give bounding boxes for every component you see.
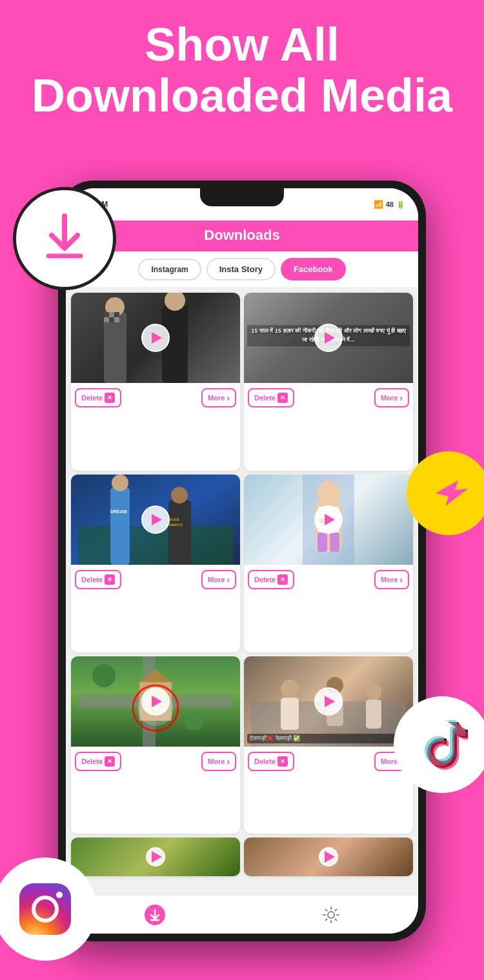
media-item-3: DREAM QATAR AIRWAYS Delete ✕ [71,475,240,652]
media-actions-5: Delete ✕ More › [71,747,240,776]
header-line1: Show All [13,19,471,70]
more-button-4[interactable]: More › [374,570,409,589]
media-item-4: 🐻 Delete ✕ More › [244,475,413,652]
media-thumb-8[interactable] [244,838,413,876]
more-button-5[interactable]: More › [201,752,236,771]
media-thumb-2[interactable]: 15 साल में 15 हज़ार की नौकरी नहीं मिल रह… [244,293,413,383]
settings-icon [322,906,340,924]
more-label-3: More [208,576,225,583]
delete-button-2[interactable]: Delete ✕ [248,388,294,407]
nav-home[interactable] [145,905,165,925]
media-item-7 [71,838,240,876]
media-actions-4: Delete ✕ More › [244,565,413,594]
tiktok-circle-decoration [394,696,484,793]
delete-label-1: Delete [81,394,103,402]
media-actions-3: Delete ✕ More › [71,565,240,594]
svg-rect-7 [104,312,109,317]
play-button-1[interactable] [141,324,170,352]
delete-icon-2: ✕ [277,393,288,403]
more-label-4: More [381,576,398,583]
share-circle-decoration [407,451,484,535]
delete-label-6: Delete [254,758,276,765]
delete-icon-4: ✕ [277,574,288,585]
media-thumb-7[interactable] [71,838,240,876]
play-button-8[interactable] [319,847,338,867]
phone-frame: 7:55 PM 📶 48 🔋 Downloads Instagram Insta… [58,181,426,941]
delete-button-5[interactable]: Delete ✕ [75,752,121,771]
delete-label-4: Delete [254,576,276,583]
media-thumb-5[interactable] [71,656,240,747]
nav-settings[interactable] [322,906,340,924]
delete-icon-5: ✕ [105,756,115,767]
delete-icon-1: ✕ [105,393,115,403]
media-actions-6: Delete ✕ More › [244,747,413,776]
delete-button-6[interactable]: Delete ✕ [248,752,294,771]
phone-screen: 7:55 PM 📶 48 🔋 Downloads Instagram Insta… [66,188,418,934]
media-item-1: Delete ✕ More › [71,293,240,471]
delete-icon-6: ✕ [277,756,288,767]
status-bar: 7:55 PM 📶 48 🔋 [66,188,418,220]
header-text: Show All Downloaded Media [0,19,484,121]
tab-facebook[interactable]: Facebook [281,258,346,280]
instagram-icon [13,877,77,941]
chevron-icon-4: › [399,574,403,585]
svg-rect-5 [104,312,126,383]
media-thumb-6[interactable]: टेलगाड़ी❌ पेलगाड़ी ✅ [244,656,413,747]
svg-point-4 [56,892,63,898]
home-download-icon [145,905,165,925]
play-button-3[interactable] [141,505,170,534]
play-button-7[interactable] [146,847,165,867]
tab-instagram[interactable]: Instagram [138,259,201,280]
more-button-3[interactable]: More › [201,570,236,589]
media-item-2: 15 साल में 15 हज़ार की नौकरी नहीं मिल रह… [244,293,413,471]
media-item-6: टेलगाड़ी❌ पेलगाड़ी ✅ Delete ✕ More › [244,656,413,834]
delete-label-5: Delete [81,758,103,765]
share-icon [426,471,471,516]
more-label-2: More [381,394,398,402]
chevron-icon-5: › [227,756,230,767]
svg-rect-44 [366,700,381,729]
notch [200,188,284,206]
header-line2: Downloaded Media [13,70,471,121]
play-button-4[interactable] [314,505,343,534]
more-label-1: More [208,394,225,402]
more-button-1[interactable]: More › [201,388,236,407]
svg-rect-16 [110,487,130,565]
more-label-5: More [208,758,225,765]
download-icon [35,210,94,268]
svg-point-32 [92,664,116,687]
media-actions-1: Delete ✕ More › [71,383,240,413]
battery-percent: 48 [386,201,394,208]
download-circle-decoration [13,187,116,290]
media-thumb-4[interactable]: 🐻 [244,475,413,565]
tab-insta-story[interactable]: Insta Story [207,258,276,280]
svg-rect-12 [114,317,119,322]
play-button-2[interactable] [314,324,343,352]
media-item-8 [244,838,413,876]
filter-tabs: Instagram Insta Story Facebook [66,251,418,288]
svg-point-47 [328,912,334,918]
svg-point-25 [317,481,340,504]
svg-rect-11 [109,317,114,322]
status-icons: 📶 48 🔋 [374,200,405,209]
bottom-nav [66,895,418,934]
delete-button-3[interactable]: Delete ✕ [75,570,121,589]
svg-point-33 [185,711,204,730]
media-thumb-1[interactable] [71,293,240,383]
tiktok-icon [416,716,468,774]
play-button-6[interactable] [314,687,343,716]
wifi-icon: 📶 [374,200,383,209]
downloads-title: Downloads [204,227,279,243]
delete-button-4[interactable]: Delete ✕ [248,570,294,589]
svg-rect-19 [168,500,191,565]
svg-text:DREAM: DREAM [110,509,127,514]
downloads-header: Downloads [66,220,418,251]
media-thumb-3[interactable]: DREAM QATAR AIRWAYS [71,475,240,565]
svg-rect-29 [330,533,339,552]
play-button-5[interactable] [141,687,170,716]
more-button-2[interactable]: More › [374,388,409,407]
delete-button-1[interactable]: Delete ✕ [75,388,121,407]
telugu-text-overlay: टेलगाड़ी❌ पेलगाड़ी ✅ [247,734,410,743]
media-actions-2: Delete ✕ More › [244,383,413,413]
delete-label-2: Delete [254,394,276,402]
